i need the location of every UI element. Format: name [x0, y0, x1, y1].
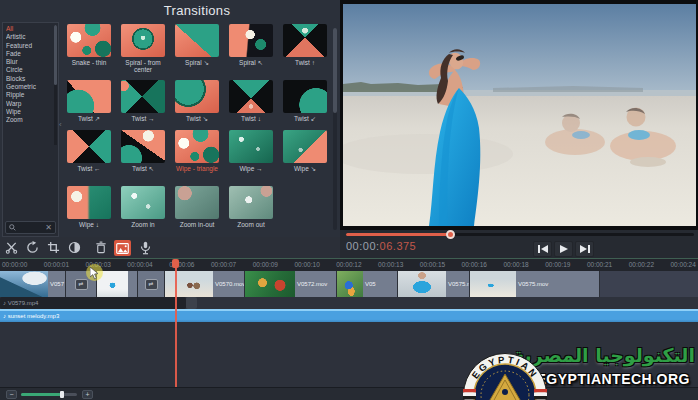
zoom-out-button[interactable]: − — [6, 390, 17, 399]
video-clip[interactable]: V0575.mov — [470, 271, 600, 297]
transition-thumbnail[interactable] — [175, 80, 219, 113]
transition-item[interactable]: Twist → — [116, 80, 170, 130]
delete-button[interactable] — [93, 240, 108, 255]
transition-categories-panel: All Artistic Featured Fade Blur Circle B… — [2, 22, 59, 237]
transition-item[interactable]: Twist ↑ — [278, 24, 332, 80]
transition-thumbnail[interactable] — [121, 80, 165, 113]
zoom-slider-handle[interactable] — [60, 391, 64, 398]
video-clip[interactable]: V0570.mov — [165, 271, 245, 297]
transition-thumbnail[interactable] — [229, 24, 273, 57]
category-item-warp[interactable]: Warp — [6, 100, 58, 108]
video-track[interactable]: V057 ⇄ ⇄ V0570.mov V0572.mov V05 V0575.m… — [0, 271, 698, 297]
record-voiceover-button[interactable] — [138, 240, 153, 255]
cursor-arrow-icon — [90, 267, 101, 280]
transition-item[interactable]: Spiral ↘ — [170, 24, 224, 80]
transition-item[interactable]: Twist ↗ — [62, 80, 116, 130]
playhead-marker[interactable] — [172, 259, 179, 268]
linked-audio-clip[interactable]: ♪ V0579.mp4 — [0, 297, 186, 309]
category-item-circle[interactable]: Circle — [6, 66, 58, 74]
transition-item[interactable]: Zoom in-out — [170, 186, 224, 232]
transition-thumbnail[interactable] — [67, 80, 111, 113]
transition-thumbnail[interactable] — [121, 130, 165, 163]
transition-thumbnail[interactable] — [229, 186, 273, 219]
video-clip[interactable]: V0572.mov — [245, 271, 337, 297]
clip-thumbnail — [0, 271, 48, 297]
timeline-zoom-slider[interactable] — [21, 393, 77, 396]
transition-item[interactable]: Twist ↓ — [224, 80, 278, 130]
transition-item-selected[interactable]: Wipe - triangle — [170, 130, 224, 186]
cut-icon — [5, 241, 18, 254]
linked-audio-end-handle[interactable] — [186, 297, 197, 309]
audio-track-clip[interactable]: ♪ sunset melody.mp3 — [0, 309, 698, 322]
crop-button[interactable] — [46, 240, 61, 255]
preview-video[interactable] — [343, 4, 696, 226]
play-button[interactable] — [554, 241, 573, 257]
transition-thumbnail[interactable] — [175, 130, 219, 163]
transition-thumbnail[interactable] — [283, 130, 327, 163]
transition-thumbnail[interactable] — [175, 24, 219, 57]
transition-item[interactable]: Twist ↙ — [278, 80, 332, 130]
previous-frame-button[interactable] — [533, 241, 552, 257]
transition-item[interactable]: Twist ↘ — [170, 80, 224, 130]
transition-thumbnail[interactable] — [67, 186, 111, 219]
transition-item[interactable]: Wipe ↓ — [62, 186, 116, 232]
transition-item[interactable]: Twist ← — [62, 130, 116, 186]
transitions-scrollbar[interactable] — [333, 28, 337, 230]
category-item-artistic[interactable]: Artistic — [6, 33, 58, 41]
transition-item[interactable]: Wipe → — [224, 130, 278, 186]
beach-scene — [343, 4, 696, 226]
category-item-zoom[interactable]: Zoom — [6, 116, 58, 124]
transition-wizard-button-active[interactable] — [114, 240, 131, 256]
timeline-ruler[interactable]: 00:00:00 00:00:01 00:00:03 00:00:04 00:0… — [0, 258, 698, 271]
transition-thumbnail[interactable] — [67, 24, 111, 57]
seek-bar[interactable] — [346, 233, 694, 236]
transition-item[interactable]: Twist ↖ — [116, 130, 170, 186]
clip-thumbnail — [337, 271, 363, 297]
category-list: All Artistic Featured Fade Blur Circle B… — [3, 23, 58, 125]
transitions-panel: Transitions All Artistic Featured Fade B… — [0, 0, 340, 237]
transition-thumbnail[interactable] — [121, 186, 165, 219]
playhead-line[interactable] — [175, 259, 177, 387]
transition-item[interactable]: Zoom out — [224, 186, 278, 232]
transition-thumbnail[interactable] — [229, 80, 273, 113]
rotate-button[interactable] — [25, 240, 40, 255]
category-scrollbar[interactable] — [54, 25, 57, 145]
transition-item[interactable]: Snake - thin — [62, 24, 116, 80]
category-item-blocks[interactable]: Blocks — [6, 75, 58, 83]
zoom-in-button[interactable]: + — [82, 390, 93, 399]
video-clip[interactable]: V0575.m — [398, 271, 470, 297]
category-item-wipe[interactable]: Wipe — [6, 108, 58, 116]
category-item-blur[interactable]: Blur — [6, 58, 58, 66]
category-item-featured[interactable]: Featured — [6, 42, 58, 50]
transition-item[interactable]: Spiral - from center — [116, 24, 170, 80]
transition-item[interactable]: Zoom in — [116, 186, 170, 232]
color-adjustments-button[interactable] — [67, 240, 82, 255]
transition-thumbnail[interactable] — [229, 130, 273, 163]
watermark-site-text: EGYPTIANTECH.ORG — [537, 371, 690, 387]
preview-area — [340, 0, 698, 230]
video-clip[interactable] — [97, 271, 138, 297]
clip-thumbnail — [398, 271, 446, 297]
transition-item[interactable]: Wipe ↘ — [278, 130, 332, 186]
transition-thumbnail[interactable] — [67, 130, 111, 163]
category-item-geometric[interactable]: Geometric — [6, 83, 58, 91]
category-item-ripple[interactable]: Ripple — [6, 91, 58, 99]
egypt-flag-left-icon — [463, 389, 476, 400]
category-item-all[interactable]: All — [6, 25, 58, 33]
transition-thumbnail[interactable] — [121, 24, 165, 57]
transition-thumbnail[interactable] — [175, 186, 219, 219]
clip-transition[interactable]: ⇄ — [138, 271, 165, 297]
previous-frame-icon — [538, 245, 548, 253]
transition-thumbnail[interactable] — [283, 24, 327, 57]
next-frame-button[interactable] — [575, 241, 594, 257]
transport-buttons — [533, 241, 594, 257]
transition-item[interactable]: Spiral ↖ — [224, 24, 278, 80]
seek-handle[interactable] — [446, 230, 455, 239]
transition-thumbnail[interactable] — [283, 80, 327, 113]
category-item-fade[interactable]: Fade — [6, 50, 58, 58]
video-clip[interactable]: V05 — [337, 271, 398, 297]
search-input[interactable]: ✕ — [5, 221, 56, 234]
video-clip[interactable]: V057 — [0, 271, 66, 297]
cut-button[interactable] — [4, 240, 19, 255]
search-clear-icon[interactable]: ✕ — [45, 224, 52, 232]
